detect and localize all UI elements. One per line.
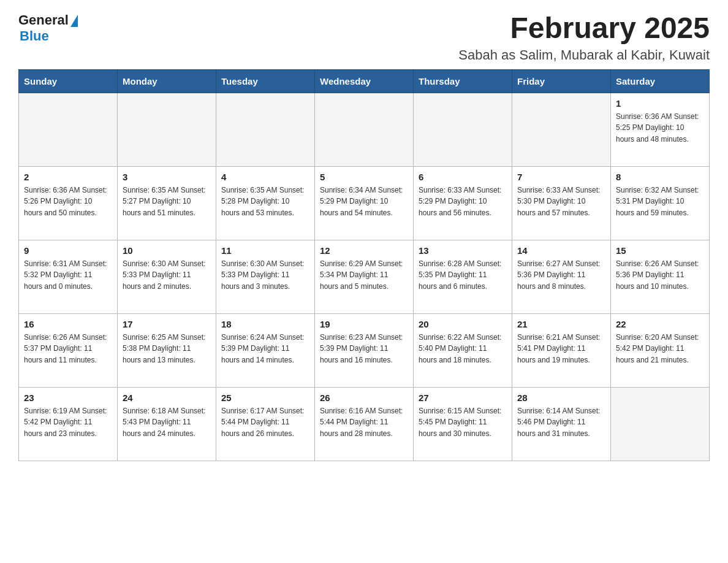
- day-number: 21: [517, 319, 605, 329]
- table-row: 26Sunrise: 6:16 AM Sunset: 5:44 PM Dayli…: [315, 387, 414, 461]
- page-header: General Blue February 2025 Sabah as Sali…: [18, 12, 710, 63]
- table-row: 1Sunrise: 6:36 AM Sunset: 5:25 PM Daylig…: [611, 93, 710, 166]
- day-info: Sunrise: 6:14 AM Sunset: 5:46 PM Dayligh…: [517, 405, 605, 440]
- day-info: Sunrise: 6:27 AM Sunset: 5:36 PM Dayligh…: [517, 258, 605, 293]
- calendar-week-row: 1Sunrise: 6:36 AM Sunset: 5:25 PM Daylig…: [19, 93, 710, 166]
- day-number: 4: [221, 172, 309, 182]
- table-row: 22Sunrise: 6:20 AM Sunset: 5:42 PM Dayli…: [611, 313, 710, 387]
- day-info: Sunrise: 6:18 AM Sunset: 5:43 PM Dayligh…: [123, 405, 211, 440]
- day-number: 19: [320, 319, 408, 329]
- day-number: 20: [419, 319, 507, 329]
- day-info: Sunrise: 6:33 AM Sunset: 5:29 PM Dayligh…: [419, 185, 507, 219]
- table-row: 24Sunrise: 6:18 AM Sunset: 5:43 PM Dayli…: [118, 387, 216, 461]
- day-number: 26: [320, 393, 408, 403]
- day-info: Sunrise: 6:17 AM Sunset: 5:44 PM Dayligh…: [221, 405, 309, 440]
- day-number: 3: [123, 172, 211, 182]
- table-row: 16Sunrise: 6:26 AM Sunset: 5:37 PM Dayli…: [19, 313, 118, 387]
- table-row: 20Sunrise: 6:22 AM Sunset: 5:40 PM Dayli…: [414, 313, 512, 387]
- day-info: Sunrise: 6:26 AM Sunset: 5:36 PM Dayligh…: [616, 258, 704, 293]
- day-info: Sunrise: 6:15 AM Sunset: 5:45 PM Dayligh…: [419, 405, 507, 440]
- day-number: 17: [123, 319, 211, 329]
- table-row: 10Sunrise: 6:30 AM Sunset: 5:33 PM Dayli…: [118, 240, 216, 313]
- day-number: 18: [221, 319, 309, 329]
- table-row: 5Sunrise: 6:34 AM Sunset: 5:29 PM Daylig…: [315, 166, 414, 240]
- day-info: Sunrise: 6:16 AM Sunset: 5:44 PM Dayligh…: [320, 405, 408, 440]
- day-number: 14: [517, 245, 605, 256]
- table-row: 15Sunrise: 6:26 AM Sunset: 5:36 PM Dayli…: [611, 240, 710, 313]
- day-info: Sunrise: 6:19 AM Sunset: 5:42 PM Dayligh…: [24, 405, 112, 440]
- col-tuesday: Tuesday: [216, 69, 315, 93]
- day-info: Sunrise: 6:36 AM Sunset: 5:25 PM Dayligh…: [616, 111, 704, 145]
- table-row: 3Sunrise: 6:35 AM Sunset: 5:27 PM Daylig…: [118, 166, 216, 240]
- table-row: 23Sunrise: 6:19 AM Sunset: 5:42 PM Dayli…: [19, 387, 118, 461]
- day-number: 22: [616, 319, 704, 329]
- calendar-week-row: 2Sunrise: 6:36 AM Sunset: 5:26 PM Daylig…: [19, 166, 710, 240]
- calendar-week-row: 9Sunrise: 6:31 AM Sunset: 5:32 PM Daylig…: [19, 240, 710, 313]
- day-info: Sunrise: 6:20 AM Sunset: 5:42 PM Dayligh…: [616, 332, 704, 366]
- day-info: Sunrise: 6:30 AM Sunset: 5:33 PM Dayligh…: [221, 258, 309, 293]
- logo-text-blue: Blue: [20, 28, 49, 44]
- title-block: February 2025 Sabah as Salim, Mubarak al…: [458, 12, 710, 63]
- calendar-table: Sunday Monday Tuesday Wednesday Thursday…: [18, 69, 710, 461]
- day-number: 16: [24, 319, 112, 329]
- logo: General Blue: [18, 12, 78, 44]
- day-number: 8: [616, 172, 704, 182]
- table-row: 14Sunrise: 6:27 AM Sunset: 5:36 PM Dayli…: [512, 240, 611, 313]
- day-info: Sunrise: 6:24 AM Sunset: 5:39 PM Dayligh…: [221, 332, 309, 366]
- day-number: 13: [419, 245, 507, 256]
- logo-text-general: General: [18, 12, 69, 28]
- table-row: 12Sunrise: 6:29 AM Sunset: 5:34 PM Dayli…: [315, 240, 414, 313]
- day-info: Sunrise: 6:25 AM Sunset: 5:38 PM Dayligh…: [123, 332, 211, 366]
- table-row: 2Sunrise: 6:36 AM Sunset: 5:26 PM Daylig…: [19, 166, 118, 240]
- table-row: 6Sunrise: 6:33 AM Sunset: 5:29 PM Daylig…: [414, 166, 512, 240]
- day-number: 10: [123, 245, 211, 256]
- page-title: February 2025: [458, 12, 710, 45]
- table-row: 18Sunrise: 6:24 AM Sunset: 5:39 PM Dayli…: [216, 313, 315, 387]
- day-number: 1: [616, 98, 704, 109]
- table-row: 9Sunrise: 6:31 AM Sunset: 5:32 PM Daylig…: [19, 240, 118, 313]
- day-info: Sunrise: 6:36 AM Sunset: 5:26 PM Dayligh…: [24, 185, 112, 219]
- table-row: [19, 93, 118, 166]
- day-info: Sunrise: 6:29 AM Sunset: 5:34 PM Dayligh…: [320, 258, 408, 293]
- day-info: Sunrise: 6:23 AM Sunset: 5:39 PM Dayligh…: [320, 332, 408, 366]
- page-subtitle: Sabah as Salim, Mubarak al Kabir, Kuwait: [458, 47, 710, 63]
- day-number: 23: [24, 393, 112, 403]
- table-row: [414, 93, 512, 166]
- day-info: Sunrise: 6:31 AM Sunset: 5:32 PM Dayligh…: [24, 258, 112, 293]
- table-row: 17Sunrise: 6:25 AM Sunset: 5:38 PM Dayli…: [118, 313, 216, 387]
- table-row: 27Sunrise: 6:15 AM Sunset: 5:45 PM Dayli…: [414, 387, 512, 461]
- day-number: 12: [320, 245, 408, 256]
- col-sunday: Sunday: [19, 69, 118, 93]
- calendar-week-row: 23Sunrise: 6:19 AM Sunset: 5:42 PM Dayli…: [19, 387, 710, 461]
- day-info: Sunrise: 6:34 AM Sunset: 5:29 PM Dayligh…: [320, 185, 408, 219]
- day-number: 7: [517, 172, 605, 182]
- day-number: 25: [221, 393, 309, 403]
- day-number: 2: [24, 172, 112, 182]
- day-info: Sunrise: 6:28 AM Sunset: 5:35 PM Dayligh…: [419, 258, 507, 293]
- day-number: 24: [123, 393, 211, 403]
- col-friday: Friday: [512, 69, 611, 93]
- calendar-header-row: Sunday Monday Tuesday Wednesday Thursday…: [19, 69, 710, 93]
- logo-triangle-icon: [70, 15, 78, 27]
- col-thursday: Thursday: [414, 69, 512, 93]
- col-wednesday: Wednesday: [315, 69, 414, 93]
- day-number: 28: [517, 393, 605, 403]
- col-saturday: Saturday: [611, 69, 710, 93]
- col-monday: Monday: [118, 69, 216, 93]
- table-row: 25Sunrise: 6:17 AM Sunset: 5:44 PM Dayli…: [216, 387, 315, 461]
- table-row: 21Sunrise: 6:21 AM Sunset: 5:41 PM Dayli…: [512, 313, 611, 387]
- calendar-week-row: 16Sunrise: 6:26 AM Sunset: 5:37 PM Dayli…: [19, 313, 710, 387]
- day-info: Sunrise: 6:33 AM Sunset: 5:30 PM Dayligh…: [517, 185, 605, 219]
- table-row: 4Sunrise: 6:35 AM Sunset: 5:28 PM Daylig…: [216, 166, 315, 240]
- day-number: 6: [419, 172, 507, 182]
- table-row: [315, 93, 414, 166]
- table-row: 11Sunrise: 6:30 AM Sunset: 5:33 PM Dayli…: [216, 240, 315, 313]
- day-info: Sunrise: 6:22 AM Sunset: 5:40 PM Dayligh…: [419, 332, 507, 366]
- day-info: Sunrise: 6:35 AM Sunset: 5:27 PM Dayligh…: [123, 185, 211, 219]
- table-row: [512, 93, 611, 166]
- table-row: 8Sunrise: 6:32 AM Sunset: 5:31 PM Daylig…: [611, 166, 710, 240]
- day-number: 11: [221, 245, 309, 256]
- table-row: 7Sunrise: 6:33 AM Sunset: 5:30 PM Daylig…: [512, 166, 611, 240]
- day-number: 27: [419, 393, 507, 403]
- table-row: [118, 93, 216, 166]
